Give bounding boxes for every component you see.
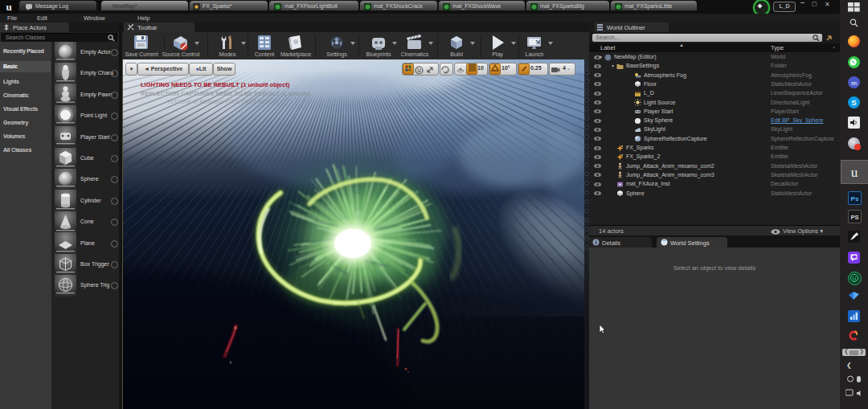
- svg-text:PS: PS: [850, 214, 858, 221]
- svg-text:S: S: [851, 98, 856, 107]
- svg-text:u: u: [851, 165, 858, 180]
- svg-text:u: u: [6, 1, 11, 13]
- svg-text:i: i: [596, 239, 597, 245]
- svg-text:U: U: [853, 276, 857, 281]
- svg-text:U: U: [417, 67, 421, 73]
- svg-text:Ps: Ps: [851, 195, 859, 202]
- svg-text:m: m: [851, 80, 857, 87]
